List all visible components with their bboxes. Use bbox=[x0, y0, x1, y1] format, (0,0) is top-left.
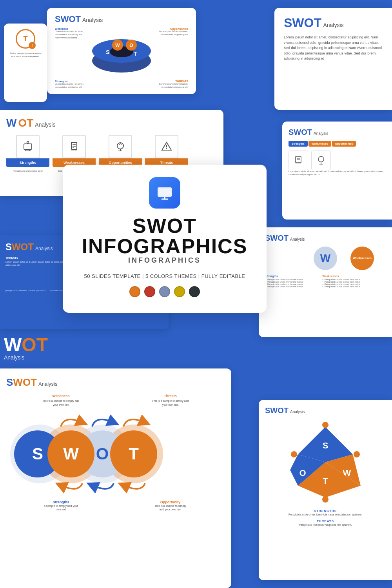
weakness-top-label: Weakness bbox=[42, 394, 81, 398]
bottom-right-analysis: Analysis bbox=[290, 410, 305, 414]
threats-dr-label: THREATS bbox=[265, 519, 386, 523]
threats-bottom-label: THREATS bbox=[157, 80, 188, 83]
svg-rect-30 bbox=[296, 163, 301, 164]
lower-right-analysis: Analysis bbox=[290, 237, 305, 241]
center-card: SWOT INFOGRAPHICS INFOGRAPHICS 50 SLIDES… bbox=[63, 165, 267, 313]
threats-dr-body: Perspiciatis lote natus voluptates nim a… bbox=[265, 523, 386, 526]
circular-diagram: S W O T bbox=[6, 411, 225, 497]
strengths-bottom-body: a sample to simply add your own text bbox=[44, 504, 79, 511]
svg-point-13 bbox=[27, 142, 29, 143]
color-dot-5 bbox=[189, 286, 200, 297]
lower-left-analysis: Analysis bbox=[35, 246, 53, 251]
card-lower-right: SWOT Analysis W Weaknesses Strengths •Pe… bbox=[259, 227, 392, 337]
tagline: 50 SLIDES TEMPLATE | 5 COLORS THEMES | F… bbox=[78, 273, 251, 279]
mid-right-body: Lorem ipsum dolor sit amet, web elit sed… bbox=[289, 170, 386, 176]
mid-left-title: W bbox=[6, 117, 16, 129]
strengths-dr-label: STRENGTHS bbox=[265, 509, 386, 513]
main-title: SWOT INFOGRAPHICS bbox=[78, 216, 251, 256]
mid-right-header: SWOT Analysis bbox=[289, 128, 386, 137]
mid-right-icon-2 bbox=[311, 151, 331, 170]
svg-line-23 bbox=[120, 143, 122, 145]
svg-point-44 bbox=[322, 422, 328, 428]
color-dot-3 bbox=[159, 286, 170, 297]
sub-title: INFOGRAPHICS bbox=[78, 256, 251, 265]
strengths-bottom-col: Strengths a sample to simply add your ow… bbox=[44, 500, 79, 511]
circle-w-main: W bbox=[47, 430, 94, 477]
bottom-left-analysis: Analysis bbox=[38, 381, 57, 387]
threats-icon-box bbox=[155, 135, 178, 158]
bullet-4: •Perspiciatis unde omnis tate natus bbox=[265, 285, 319, 288]
svg-rect-49 bbox=[159, 189, 170, 195]
diamond-diagram: S W T O bbox=[282, 419, 368, 505]
background-wot-mid: WOT Analysis bbox=[4, 336, 48, 361]
mid-right-title: SWOT bbox=[289, 128, 312, 137]
threats-top-col: Threats This is a sample to simply add y… bbox=[151, 394, 190, 407]
col-weaknesses-lr: Weaknesses •Perspiciatis unde omnis nee … bbox=[323, 275, 377, 288]
lower-right-swot: SWOT bbox=[265, 234, 289, 243]
strengths-bottom-label: Strengths bbox=[44, 500, 79, 504]
lower-right-header: SWOT Analysis bbox=[265, 234, 386, 243]
swot-title-right: SWOT bbox=[284, 16, 321, 30]
circle-weaknesses: Weaknesses bbox=[350, 247, 374, 270]
strengths-bar: Strengths bbox=[6, 158, 49, 167]
tabs-row: Strengths Weaknesses Opportunities bbox=[289, 141, 386, 147]
strengths-body: Perspiciatis unde natus error bbox=[13, 169, 43, 172]
svg-rect-18 bbox=[71, 149, 77, 151]
swot-3d-diagram: S W O T bbox=[86, 27, 157, 78]
svg-text:O: O bbox=[299, 468, 306, 478]
bottom-right-labels: STRENGTHS Perspiciatis unde omnis lorem … bbox=[265, 509, 386, 526]
top-labels-row: Weakness This is a sample to simply add … bbox=[6, 394, 225, 407]
svg-text:T: T bbox=[323, 476, 328, 486]
orange-t-icon: T ! bbox=[16, 29, 35, 49]
opportunities-top-label: Opportunities bbox=[157, 27, 188, 30]
card-top-right: SWOT Analysis Lorem ipsum dolor sit amet… bbox=[274, 8, 392, 110]
card-mid-right: SWOT Analysis Strengths Weaknesses Oppor… bbox=[282, 122, 392, 220]
threats-dr-col: THREATS Perspiciatis lote natus voluptat… bbox=[265, 519, 386, 526]
weakness-top-col: Weakness This is a sample to simply add … bbox=[42, 394, 81, 407]
color-dot-2 bbox=[144, 286, 155, 297]
color-dot-4 bbox=[174, 286, 185, 297]
strengths-dr-col: STRENGTHS Perspiciatis unde omnis lorem … bbox=[265, 509, 386, 516]
svg-line-22 bbox=[119, 143, 120, 145]
opportunities-icon-box bbox=[109, 135, 132, 158]
card-swot-3d: SWOT Analysis Weakness Lorem ipsum dolor… bbox=[47, 8, 196, 94]
swot-title: SWOT bbox=[55, 14, 81, 24]
tab-opportunities[interactable]: Opportunities bbox=[332, 141, 356, 147]
tab-weaknesses[interactable]: Weaknesses bbox=[309, 141, 331, 147]
col-strengths: Strengths Perspiciatis unde natus error bbox=[6, 135, 49, 172]
mid-right-icons bbox=[289, 151, 386, 170]
strengths-bottom-label: Strengths bbox=[55, 80, 86, 83]
app-icon bbox=[149, 177, 180, 209]
threats-top-body: This is a sample to simply add your own … bbox=[151, 399, 190, 407]
bottom-labels: Strengths a sample to simply add your ow… bbox=[6, 500, 225, 511]
svg-text:W: W bbox=[115, 43, 120, 48]
strengths-icon-box bbox=[16, 135, 40, 158]
analysis-right: Analysis bbox=[323, 22, 343, 28]
card-orange-circle: T ! Sed ut perspiciatis unde omnis iste … bbox=[4, 24, 47, 102]
swot-subtitle: Analysis bbox=[82, 17, 103, 23]
mid-left-header: WOT Analysis bbox=[6, 117, 217, 129]
strengths-dr-body: Perspiciatis unde omnis lorem lote natus… bbox=[265, 513, 386, 516]
card-bottom-left: SWOT Analysis Weakness This is a sample … bbox=[0, 368, 231, 588]
svg-text:S: S bbox=[323, 441, 328, 450]
bottom-left-swot: SWOT bbox=[6, 376, 37, 388]
bottom-left-header: SWOT Analysis bbox=[6, 376, 225, 388]
col-strengths-lr: Strengths •Perspiciatis unde omnis nee n… bbox=[265, 275, 319, 288]
svg-text:O: O bbox=[129, 43, 133, 48]
color-dots-row bbox=[78, 286, 251, 297]
strengths-title-lr: Strengths bbox=[265, 275, 319, 278]
top-right-body: Lorem ipsum dolor sit amet, consectetur … bbox=[284, 35, 383, 62]
orange-card-text: Sed ut perspiciatis unde omnis iste natu… bbox=[8, 52, 43, 58]
opportunity-bottom-body: This is a sample to simply add your own … bbox=[153, 504, 188, 511]
svg-text:T: T bbox=[134, 51, 137, 57]
lower-left-title: SWOT bbox=[5, 241, 34, 252]
svg-point-26 bbox=[166, 148, 167, 149]
svg-point-31 bbox=[318, 156, 324, 162]
wot-bg-text: WOT bbox=[4, 336, 48, 354]
color-dot-1 bbox=[129, 286, 140, 297]
circle-t-main: T bbox=[110, 430, 157, 477]
lower-right-cols: Strengths •Perspiciatis unde omnis nee n… bbox=[265, 275, 386, 288]
tab-strengths[interactable]: Strengths bbox=[289, 141, 308, 147]
svg-point-43 bbox=[354, 451, 360, 457]
svg-rect-9 bbox=[24, 144, 32, 149]
